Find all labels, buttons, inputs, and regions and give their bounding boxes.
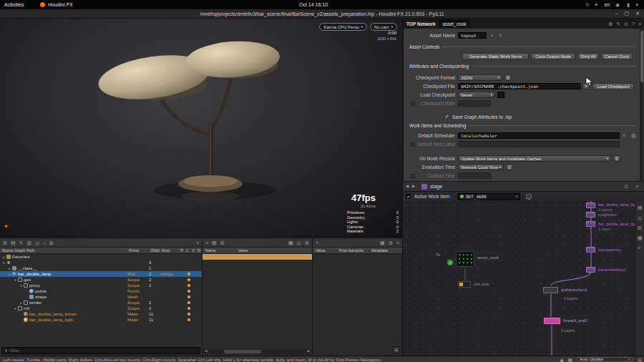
expand-arrow[interactable]: ▾ — [13, 307, 18, 310]
checkpoint-file-input[interactable]: $HIP/$HIPNAME_.checkpoint.json — [458, 83, 581, 89]
checkbox-check-icon[interactable]: ✓ — [445, 114, 449, 119]
volume-icon[interactable]: ◉ — [615, 2, 620, 7]
close-button[interactable]: ✕ — [635, 11, 640, 16]
mesh-icon[interactable]: ▦ — [380, 240, 385, 245]
refresh-icon[interactable]: ↻ — [585, 2, 590, 7]
load-checkpoint-extra-field[interactable] — [497, 92, 504, 98]
node-label[interactable]: foreach_end1 — [563, 318, 587, 323]
eval-menu-button[interactable]: ≡ — [506, 164, 513, 170]
on-node-recook-dropdown[interactable]: Update Work Items and Invalidate Caches … — [458, 155, 611, 162]
node-grabbranches1[interactable] — [543, 287, 558, 293]
back-icon[interactable]: ◀ — [406, 185, 409, 189]
col-name[interactable]: Name — [203, 248, 238, 253]
row-flags[interactable] — [177, 290, 200, 293]
row-flags[interactable] — [177, 313, 200, 315]
pencil-icon[interactable]: ✎ — [19, 240, 24, 245]
scene-viewport[interactable]: Karma CPU Persp ▾ No cam ▾ 0:00 1150 x 6… — [0, 19, 403, 238]
help-icon[interactable]: ? — [632, 21, 635, 26]
grid-icon[interactable]: ⊞ — [3, 240, 7, 245]
menu-icon[interactable]: ≡ — [499, 33, 502, 38]
grid-icon[interactable]: ⊞ — [220, 240, 225, 245]
dirty-all-button[interactable]: Dirty All — [577, 53, 599, 60]
list-icon[interactable]: ▤ — [212, 240, 217, 245]
node-name-field[interactable]: asset_cook — [439, 20, 470, 27]
boxes-icon[interactable]: ▥ — [26, 240, 31, 245]
activities-button[interactable]: Activities — [4, 2, 24, 7]
mid-hscrollbar[interactable]: ◀ ▶ — [204, 349, 311, 354]
tree-row-points[interactable]: points Points — [0, 288, 202, 294]
gear-icon[interactable]: ⚙ — [305, 240, 309, 245]
expand-arrow[interactable]: ▸ — [7, 267, 12, 270]
node-chooser-icon[interactable]: ▥ — [631, 133, 636, 138]
expand-arrow[interactable]: ▸ — [19, 301, 24, 305]
mesh-icon[interactable]: ▦ — [567, 358, 572, 362]
node-layer[interactable] — [586, 267, 595, 273]
panel-resize-grid-icon[interactable]: ⊞ — [393, 346, 400, 353]
cancel-cook-button[interactable]: Cancel Cook — [601, 53, 633, 60]
pencil-icon[interactable]: ✎ — [616, 21, 620, 26]
awi-selector[interactable]: OUT_4609 ▾ — [457, 193, 520, 200]
tree-row-root[interactable]: ▾ 3 — [0, 260, 202, 265]
row-flags[interactable] — [177, 295, 200, 298]
pin-icon[interactable]: ⊙ — [624, 21, 628, 26]
lock-icon[interactable]: ▪ — [491, 33, 492, 38]
cam-icon[interactable]: ◉ — [560, 358, 564, 362]
clock[interactable]: Oct 14 16:10 — [299, 2, 328, 7]
camera-selector[interactable]: No cam ▾ — [370, 23, 397, 31]
checkpoint-rate-input[interactable] — [458, 100, 491, 107]
expand-arrow[interactable]: ▾ — [7, 273, 12, 276]
tree-row-shape[interactable]: shape Mesh — [0, 294, 202, 300]
mesh-icon[interactable]: ▦ — [638, 235, 643, 240]
tree-row-favorites[interactable]: ▸ Favorites — [0, 254, 202, 260]
node-label[interactable]: asset_cook — [477, 255, 499, 260]
menu-icon[interactable]: ≡ — [638, 245, 640, 250]
window-title-bar[interactable]: /mnt/hq/projects/dmitrilv3/bar_scene/fin… — [0, 9, 644, 19]
col-metadata[interactable]: Metadata — [371, 248, 402, 253]
expand-arrow[interactable]: ▾ — [1, 261, 6, 265]
network-path[interactable]: stage — [430, 184, 442, 189]
node-label[interactable]: transmissioncol — [598, 268, 625, 272]
node-layer[interactable] — [586, 202, 595, 208]
node-label[interactable]: roughness — [598, 212, 617, 217]
col-value[interactable]: Value — [313, 248, 338, 253]
save-graph-label[interactable]: Save Graph Attributes to .hip — [452, 114, 512, 119]
op-path-icon[interactable]: » — [623, 133, 625, 138]
menu-icon[interactable]: ≡ — [638, 21, 641, 26]
col-kind[interactable]: Kind — [162, 248, 179, 253]
pin-icon[interactable]: ⊙ — [624, 184, 628, 189]
app-menu[interactable]: Houdini FX — [48, 2, 73, 7]
funnel-icon[interactable]: ▼ — [316, 240, 319, 245]
asset-name-input[interactable]: topnet — [458, 32, 487, 39]
network-editor[interactable]: 7+ ✓ asset_cook old_way bar_double_lamp_… — [403, 201, 644, 356]
col-d[interactable]: D — [196, 248, 202, 253]
tree-row-geo[interactable]: ▾ geo Scope2 — [0, 277, 202, 283]
load-checkpoint-button[interactable]: Load Checkpoint — [592, 83, 634, 90]
node-old-way[interactable] — [458, 281, 471, 288]
format-menu-button[interactable]: ≡ — [504, 74, 512, 81]
node-label[interactable]: old_way — [474, 282, 489, 286]
load-checkpoint-dropdown[interactable]: Never ▾ — [458, 92, 495, 98]
node-foreach-end1[interactable] — [544, 318, 560, 324]
gear-icon[interactable]: ⚙ — [389, 240, 393, 245]
link-icon[interactable]: ⧉ — [49, 240, 53, 245]
node-asset-cook[interactable] — [456, 251, 474, 267]
expand-arrow[interactable]: ▾ — [13, 278, 18, 282]
row-flags[interactable] — [177, 284, 200, 287]
custom-time-input[interactable] — [458, 172, 491, 179]
info-icon[interactable]: i — [526, 194, 532, 200]
list-icon[interactable]: ▤ — [638, 205, 643, 210]
vertical-splitter[interactable] — [202, 238, 203, 356]
cook-output-node-button[interactable]: Cook Output Node — [531, 53, 575, 60]
home-icon[interactable]: ⌂ — [43, 240, 46, 245]
expand-arrow[interactable]: ▸ — [1, 255, 6, 259]
scrollbar-thumb[interactable] — [640, 31, 643, 82]
auto-update-selector[interactable]: Auto Update ▾ — [577, 357, 633, 362]
generate-static-work-items-button[interactable]: Generate Static Work Items — [462, 53, 529, 60]
gear-icon[interactable]: ⚙ — [608, 21, 613, 26]
node-layer[interactable] — [586, 212, 595, 217]
target-icon[interactable]: ◎ — [297, 240, 301, 245]
col-scene-graph-path[interactable]: Scene Graph Path — [0, 248, 129, 253]
row-flags[interactable] — [177, 318, 200, 321]
tree-row-render[interactable]: ▸ render Scope2 — [0, 300, 202, 305]
default-scheduler-input[interactable]: localscheduler — [458, 132, 620, 139]
